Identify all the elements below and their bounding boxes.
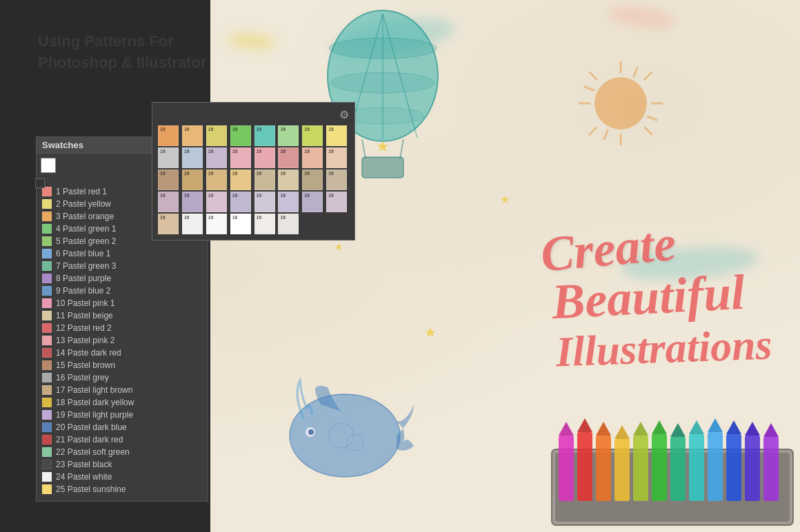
grid-swatch-0[interactable] bbox=[158, 125, 179, 146]
swatch-grid-panel[interactable]: ⚙ bbox=[152, 102, 355, 241]
grid-swatch-12[interactable] bbox=[254, 147, 275, 168]
grid-swatch-15[interactable] bbox=[326, 147, 347, 168]
grid-swatch-20[interactable] bbox=[254, 170, 275, 190]
grid-swatch-37[interactable] bbox=[278, 214, 299, 234]
color-label-4: 4 Pastel green 1 bbox=[56, 224, 116, 234]
color-item-18[interactable]: 18 Pastel dark yellow bbox=[42, 396, 202, 409]
grid-swatch-10[interactable] bbox=[206, 147, 227, 168]
grid-swatch-31[interactable] bbox=[326, 192, 347, 212]
swatches-title: Swatches bbox=[42, 140, 83, 150]
color-item-23[interactable]: 23 Pastel black bbox=[42, 458, 202, 471]
color-label-1: 1 Pastel red 1 bbox=[56, 187, 107, 196]
grid-swatch-6[interactable] bbox=[302, 125, 323, 146]
color-label-3: 3 Pastel orange bbox=[56, 212, 114, 221]
svg-rect-44 bbox=[689, 434, 704, 501]
color-item-12[interactable]: 12 Pastel red 2 bbox=[42, 322, 202, 334]
grid-swatch-16[interactable] bbox=[158, 170, 179, 190]
color-item-16[interactable]: 16 Pastel grey bbox=[42, 371, 202, 384]
grid-swatch-28[interactable] bbox=[254, 192, 275, 212]
color-swatch-23 bbox=[42, 460, 52, 469]
color-swatch-9 bbox=[42, 286, 52, 296]
svg-rect-40 bbox=[652, 434, 667, 501]
grid-swatch-9[interactable] bbox=[182, 147, 203, 168]
svg-line-14 bbox=[590, 72, 597, 79]
swatch-grid-header: ⚙ bbox=[158, 108, 349, 121]
color-label-8: 8 Pastel purple bbox=[56, 274, 111, 283]
grid-swatch-2[interactable] bbox=[206, 125, 227, 146]
beautiful-text: Beautiful bbox=[550, 264, 746, 331]
color-item-15[interactable]: 15 Pastel brown bbox=[42, 359, 202, 371]
color-item-10[interactable]: 10 Pastel pink 1 bbox=[42, 297, 202, 309]
swatch-white-icon bbox=[41, 158, 56, 173]
color-label-18: 18 Pastel dark yellow bbox=[56, 398, 134, 407]
grid-swatch-26[interactable] bbox=[206, 192, 227, 212]
color-item-17[interactable]: 17 Pastel light brown bbox=[42, 384, 202, 396]
color-label-21: 21 Pastel dark red bbox=[56, 435, 123, 444]
pastels-svg bbox=[538, 394, 800, 532]
svg-marker-47 bbox=[708, 418, 723, 432]
color-item-11[interactable]: 11 Pastel beige bbox=[42, 309, 202, 322]
color-label-2: 2 Pastel yellow bbox=[56, 199, 111, 209]
grid-swatch-23[interactable] bbox=[326, 170, 347, 190]
color-swatch-6 bbox=[42, 249, 52, 258]
swatch-grid bbox=[158, 125, 349, 234]
grid-swatch-35[interactable] bbox=[230, 214, 251, 234]
svg-marker-31 bbox=[559, 422, 574, 436]
grid-swatch-22[interactable] bbox=[302, 170, 323, 190]
color-item-7[interactable]: 7 Pastel green 3 bbox=[42, 260, 202, 272]
svg-point-4 bbox=[329, 38, 437, 59]
svg-rect-46 bbox=[708, 432, 723, 501]
grid-swatch-8[interactable] bbox=[158, 147, 179, 168]
title-area: Using Patterns For Photoshop & Illustrat… bbox=[38, 31, 210, 74]
grid-swatch-11[interactable] bbox=[230, 147, 251, 168]
deco-area: Create Beautiful Illustrations ★ ★ ★ ★ bbox=[210, 0, 800, 532]
sun-container bbox=[572, 55, 662, 145]
grid-swatch-32[interactable] bbox=[158, 214, 179, 234]
star-4: ★ bbox=[424, 324, 437, 340]
grid-swatch-3[interactable] bbox=[230, 125, 251, 146]
grid-swatch-21[interactable] bbox=[278, 170, 299, 190]
grid-swatch-25[interactable] bbox=[182, 192, 203, 212]
color-swatch-21 bbox=[42, 435, 52, 444]
grid-swatch-24[interactable] bbox=[158, 192, 179, 212]
svg-marker-37 bbox=[614, 425, 630, 439]
color-swatch-25 bbox=[42, 484, 52, 494]
color-item-8[interactable]: 8 Pastel purple bbox=[42, 272, 202, 285]
grid-swatch-5[interactable] bbox=[278, 125, 299, 146]
color-label-17: 17 Pastel light brown bbox=[56, 385, 132, 395]
grid-swatch-34[interactable] bbox=[206, 214, 227, 234]
color-item-20[interactable]: 20 Pastel dark blue bbox=[42, 421, 202, 433]
grid-swatch-7[interactable] bbox=[326, 125, 347, 146]
color-item-13[interactable]: 13 Pastel pink 2 bbox=[42, 334, 202, 347]
grid-swatch-29[interactable] bbox=[278, 192, 299, 212]
color-swatch-1 bbox=[42, 187, 52, 196]
grid-swatch-27[interactable] bbox=[230, 192, 251, 212]
color-swatch-12 bbox=[42, 323, 52, 333]
color-swatch-15 bbox=[42, 360, 52, 370]
svg-marker-41 bbox=[652, 420, 667, 434]
color-item-25[interactable]: 25 Pastel sunshine bbox=[42, 483, 202, 495]
color-label-24: 24 Pastel white bbox=[56, 472, 112, 482]
grid-swatch-4[interactable] bbox=[254, 125, 275, 146]
svg-rect-52 bbox=[763, 437, 779, 501]
gear-icon[interactable]: ⚙ bbox=[339, 108, 349, 121]
color-item-14[interactable]: 14 Paste dark red bbox=[42, 347, 202, 359]
grid-swatch-36[interactable] bbox=[254, 214, 275, 234]
grid-swatch-30[interactable] bbox=[302, 192, 323, 212]
color-label-16: 16 Pastel grey bbox=[56, 373, 109, 382]
color-item-22[interactable]: 22 Pastel soft green bbox=[42, 446, 202, 458]
color-item-19[interactable]: 19 Pastel light purple bbox=[42, 409, 202, 421]
grid-swatch-14[interactable] bbox=[302, 147, 323, 168]
grid-swatch-33[interactable] bbox=[182, 214, 203, 234]
color-item-6[interactable]: 6 Pastel blue 1 bbox=[42, 247, 202, 260]
color-item-9[interactable]: 9 Pastel blue 2 bbox=[42, 285, 202, 297]
color-item-24[interactable]: 24 Pastel white bbox=[42, 471, 202, 483]
svg-line-7 bbox=[362, 139, 366, 158]
color-item-21[interactable]: 21 Pastel dark red bbox=[42, 433, 202, 446]
grid-swatch-19[interactable] bbox=[230, 170, 251, 190]
grid-swatch-13[interactable] bbox=[278, 147, 299, 168]
grid-swatch-1[interactable] bbox=[182, 125, 203, 146]
grid-swatch-18[interactable] bbox=[206, 170, 227, 190]
star-1: ★ bbox=[376, 138, 390, 156]
grid-swatch-17[interactable] bbox=[182, 170, 203, 190]
